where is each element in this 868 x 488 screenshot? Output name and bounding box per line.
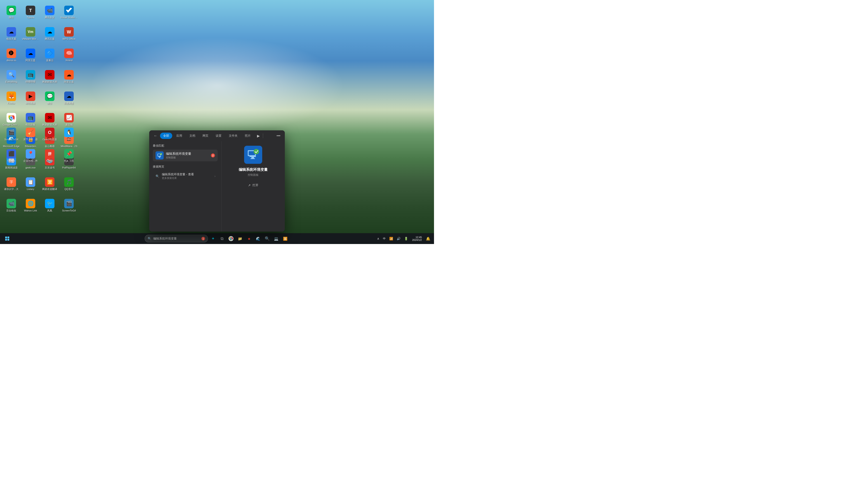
desktop-icon-xmind[interactable]: 🧠 Xmind <box>60 45 78 66</box>
best-match-item[interactable]: 编辑系统环境变量 控制面板 2 <box>153 150 218 161</box>
search-popup: ← 全部 应用 文档 网页 设置 文件夹 照片 ▶ ••• 最佳匹配 <box>149 130 285 232</box>
web-search-item[interactable]: 🔍 编辑系统环境变量 - 查看 更多搜索结果 › <box>153 170 218 182</box>
open-button[interactable]: ↗ 打开 <box>244 182 262 189</box>
match-sub: 控制面板 <box>166 156 209 159</box>
desktop-icon-opera[interactable]: O Opera浏览器 <box>41 124 59 144</box>
match-app-icon <box>156 151 164 160</box>
desktop: 💬 微信 T Typora 📹 腾讯会议 Visual Studio Code … <box>0 0 434 244</box>
taskbar-search2[interactable]: 🔍 <box>263 234 271 242</box>
svg-rect-19 <box>7 236 9 238</box>
svg-point-17 <box>254 149 259 154</box>
svg-point-3 <box>10 117 12 119</box>
taskbar-chrome[interactable] <box>227 234 235 242</box>
desktop-icon-vscode[interactable]: Visual Studio Code <box>60 2 78 23</box>
tab-docs[interactable]: 文档 <box>186 133 198 139</box>
desktop-icon-typora[interactable]: T Typora <box>22 2 39 23</box>
tray-ime[interactable]: 中 <box>382 236 386 241</box>
web-item-text: 编辑系统环境变量 - 查看 更多搜索结果 <box>162 172 212 180</box>
back-button[interactable]: ← <box>152 132 159 139</box>
notification-btn[interactable]: 🔔 <box>425 236 431 242</box>
match-name: 编辑系统环境变量 <box>166 152 209 156</box>
popup-right-panel: 编辑系统环境变量 控制面板 ↗ 打开 <box>221 141 285 232</box>
clock-display[interactable]: 12:45 2024/1/2 <box>411 235 423 242</box>
desktop-icon-pinyin[interactable]: 拼 PinYin <box>41 146 59 166</box>
search-bar-text: 编辑系统环境变量 <box>153 236 199 240</box>
right-app-icon <box>244 146 262 164</box>
taskbar-taskview[interactable]: ⧉ <box>218 234 226 242</box>
desktop-icon-tencent-meeting[interactable]: 📹 腾讯会议 <box>41 2 59 23</box>
svg-rect-15 <box>251 157 254 158</box>
tray-volume[interactable]: 🔊 <box>396 236 401 241</box>
tab-separator <box>263 133 263 138</box>
tray-chevron[interactable]: ∧ <box>376 236 380 241</box>
match-info: 编辑系统环境变量 控制面板 <box>166 152 209 159</box>
search-icon: 🔍 <box>155 174 160 178</box>
open-icon: ↗ <box>248 184 251 187</box>
taskbar-red-icon[interactable]: ● <box>245 234 253 242</box>
tab-all[interactable]: 全部 <box>160 133 172 139</box>
popup-tabs: ← 全部 应用 文档 网页 设置 文件夹 照片 ▶ ••• <box>149 130 285 141</box>
desktop-icon-37[interactable]: 📹 百合校友 <box>2 195 20 216</box>
taskbar-search[interactable]: 🔍 编辑系统环境变量 1 <box>145 235 208 242</box>
desktop-icon-netease-mail[interactable]: ✉ 网易邮箱大师 <box>41 67 59 87</box>
play-button[interactable]: ▶ <box>255 132 262 139</box>
search-bar-icon: 🔍 <box>148 237 151 240</box>
svg-rect-20 <box>5 239 7 240</box>
popup-left-panel: 最佳匹配 <box>149 141 221 232</box>
desktop-icon-firefox[interactable]: 🦊 Firefox <box>2 88 20 108</box>
desktop-icon-todock[interactable]: ⬛ ToDock <box>2 146 20 166</box>
tray-battery[interactable]: 🔋 <box>403 236 409 241</box>
desktop-icon-screentogif2[interactable]: 🎬 ScreenToGif <box>2 124 20 144</box>
tray-wifi[interactable]: 📶 <box>388 236 394 241</box>
taskbar-edge[interactable]: 🌊 <box>254 234 262 242</box>
desktop-icon-wahoolink[interactable]: 🌐 Wahoo Link <box>22 195 39 216</box>
desktop-icon-wechat2[interactable]: 💬 微信 <box>41 88 59 108</box>
tab-photos[interactable]: 照片 <box>242 133 254 139</box>
best-match-title: 最佳匹配 <box>153 144 218 148</box>
taskbar-ai-icon[interactable]: ✦ <box>209 234 217 242</box>
taskbar-youdao[interactable]: 🈺 <box>281 234 289 242</box>
desktop-icon-qiye[interactable]: 📍 企业地图...件 <box>22 146 39 166</box>
start-button[interactable] <box>3 234 12 243</box>
taskbar-left <box>3 234 12 243</box>
desktop-icon-wps[interactable]: W WPS Office <box>60 24 78 44</box>
taskbar-file-explorer[interactable]: 📁 <box>236 234 244 242</box>
desktop-icon-migu[interactable]: ▶ 咪咕视频 <box>22 88 39 108</box>
desktop-icon-tianyi[interactable]: ☁ 电信天翼 <box>2 24 20 44</box>
taskbar-cmd[interactable]: 💻 <box>272 234 280 242</box>
svg-rect-18 <box>5 236 7 238</box>
tab-web[interactable]: 网页 <box>199 133 212 139</box>
desktop-icon-tencent-cloud[interactable]: ☁ 腾讯云盘 <box>41 24 59 44</box>
more-button[interactable]: ••• <box>275 132 282 139</box>
desktop-icon-aliyun2[interactable]: ☁ 阿里云盘 <box>60 67 78 87</box>
desktop-icon-tuopan[interactable]: 📌 托盘示范 <box>60 146 78 166</box>
clock-date: 2024/1/2 <box>412 238 422 241</box>
web-section: 搜索网页 🔍 编辑系统环境变量 - 查看 更多搜索结果 › <box>153 165 218 182</box>
desktop-icon-39[interactable]: 🐦 凤凰 <box>41 195 59 216</box>
web-item-sub: 更多搜索结果 <box>162 176 212 180</box>
taskbar-center: 🔍 编辑系统环境变量 1 ✦ ⧉ <box>145 234 289 242</box>
desktop-icon-qinglie[interactable]: 🧹 清节大师...器 <box>22 124 39 144</box>
desktop-icon-lanzou[interactable]: 🔷 蓝奏云 <box>41 45 59 66</box>
right-app-name: 编辑系统环境变量 <box>239 167 268 172</box>
tab-apps[interactable]: 应用 <box>173 133 185 139</box>
desktop-icon-qq[interactable]: 🐧 QQ <box>60 124 78 144</box>
desktop-icon-dinroo[interactable]: 🅓 dinroo.io <box>2 45 20 66</box>
clock-time: 12:45 <box>415 236 422 238</box>
desktop-icon-vmware[interactable]: Vm VMware Worksta... <box>22 24 39 44</box>
desktop-icon-aliyun[interactable]: ☁ 阿里云盘 <box>22 45 39 66</box>
taskbar-right: ∧ 中 📶 🔊 🔋 12:45 2024/1/2 🔔 <box>376 235 431 242</box>
svg-rect-21 <box>7 239 9 240</box>
right-app-sub: 控制面板 <box>248 173 258 177</box>
tab-settings[interactable]: 设置 <box>213 133 225 139</box>
web-item-main: 编辑系统环境变量 - 查看 <box>162 172 212 176</box>
desktop-icon-wechat1[interactable]: 💬 微信 <box>2 2 20 23</box>
svg-rect-16 <box>250 158 255 159</box>
svg-rect-14 <box>250 156 256 157</box>
desktop-icon-baiduyun[interactable]: ☁ 百度网盘 <box>60 88 78 108</box>
desktop-icon-bilibili[interactable]: 📺 哔哩哔哩 <box>22 67 39 87</box>
desktop-icon-screentogif[interactable]: 🎬 ScreenToGif <box>60 195 78 216</box>
web-arrow-icon: › <box>215 175 215 178</box>
desktop-icon-everything[interactable]: 🔍 Everything <box>2 67 20 87</box>
tab-folders[interactable]: 文件夹 <box>225 133 241 139</box>
